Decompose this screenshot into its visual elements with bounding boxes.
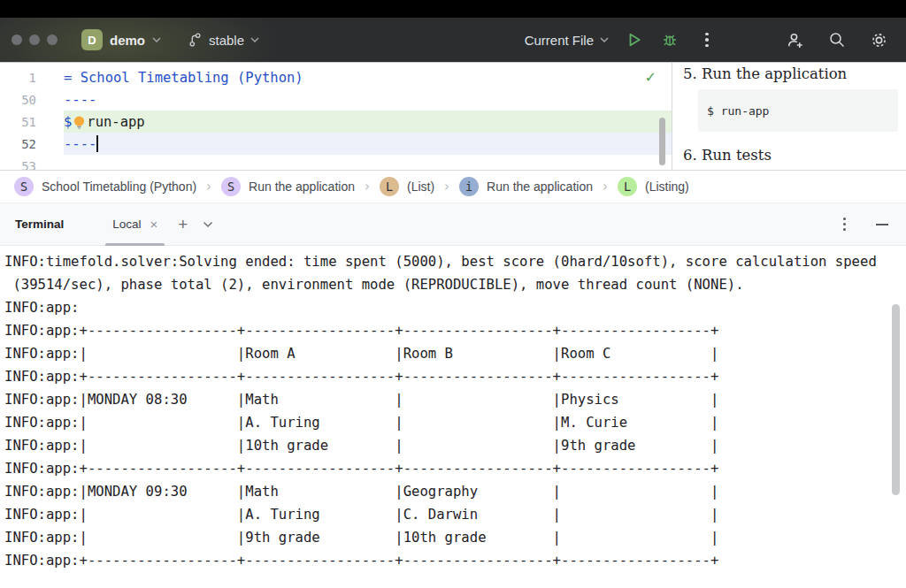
terminal-title: Terminal xyxy=(15,218,64,231)
code-block-delimiter: ---- xyxy=(64,92,96,108)
search-everywhere-button[interactable] xyxy=(828,31,846,49)
line-number[interactable]: 50 xyxy=(0,93,64,107)
editor-line-caret: 52 ---- xyxy=(0,133,672,155)
new-terminal-tab-button[interactable]: + xyxy=(178,216,188,233)
terminal-line: INFO:app:+------------------+-----------… xyxy=(4,319,906,342)
run-configuration-label: Current File xyxy=(525,33,594,48)
more-actions-button[interactable] xyxy=(694,33,720,48)
breadcrumb-item[interactable]: S School Timetabling (Python) xyxy=(14,177,196,196)
breadcrumb-label: (List) xyxy=(407,179,434,194)
hide-toolwindow-button[interactable] xyxy=(876,224,888,225)
intention-bulb-icon[interactable] xyxy=(73,115,86,129)
breadcrumb-label: (Listing) xyxy=(645,179,689,194)
chevron-down-icon xyxy=(600,37,609,42)
editor-split-area: 1 = School Timetabling (Python) 50 ---- … xyxy=(0,63,906,170)
editor-line: 1 = School Timetabling (Python) xyxy=(0,66,672,88)
editor-line-highlighted: 51 $ run-app xyxy=(0,111,672,133)
terminal-line: INFO:app:| |A. Turing |C. Darwin | | xyxy=(4,503,906,526)
run-play-icon xyxy=(626,32,642,48)
breadcrumb-item[interactable]: L (List) xyxy=(380,177,434,196)
settings-button[interactable] xyxy=(870,31,888,50)
breadcrumb-chevron-icon: › xyxy=(365,179,370,195)
gear-icon xyxy=(870,31,888,50)
chevron-down-icon xyxy=(250,37,259,42)
code-editor[interactable]: 1 = School Timetabling (Python) 50 ---- … xyxy=(0,63,672,170)
terminal-line: INFO:app:+------------------+-----------… xyxy=(4,549,906,572)
terminal-options-button[interactable] xyxy=(835,218,853,231)
code-with-me-button[interactable] xyxy=(786,31,804,50)
title-bar: D demo stable Current File xyxy=(0,18,906,63)
breadcrumb-type-icon: L xyxy=(618,177,637,196)
terminal-line: INFO:app:| |10th grade | |9th grade | xyxy=(4,434,906,457)
terminal-line: INFO:app:| |9th grade |10th grade | | xyxy=(4,526,906,549)
line-number[interactable]: 1 xyxy=(0,71,64,85)
breadcrumb-type-icon: i xyxy=(459,177,479,196)
code-text: run-app xyxy=(87,114,144,130)
chevron-down-icon xyxy=(152,37,161,42)
terminal-tab-label: Local xyxy=(112,218,141,231)
editor-scrollbar-thumb[interactable] xyxy=(659,118,665,165)
text-caret xyxy=(96,135,98,152)
window-close-dot[interactable] xyxy=(12,34,22,45)
breadcrumb-item[interactable]: L (Listing) xyxy=(618,177,689,196)
code-block-delimiter: ---- xyxy=(64,136,96,152)
add-user-icon xyxy=(786,31,804,50)
editor-line: 50 ---- xyxy=(0,88,672,111)
terminal-line: INFO:app:|MONDAY 09:30 |Math |Geography … xyxy=(4,480,906,503)
search-icon xyxy=(828,31,846,49)
line-number[interactable]: 53 xyxy=(0,159,64,171)
terminal-line: (39514/sec), phase total (2), environmen… xyxy=(4,273,906,296)
asciidoc-preview-panel[interactable]: 5. Run the application $ run-app 6. Run … xyxy=(672,63,906,170)
vcs-branch-widget[interactable]: stable xyxy=(188,32,259,48)
window-controls[interactable] xyxy=(12,34,58,45)
window-zoom-dot[interactable] xyxy=(47,34,58,45)
run-button[interactable] xyxy=(621,27,648,53)
run-configuration-selector[interactable]: Current File xyxy=(525,33,609,48)
debug-bug-icon xyxy=(662,32,678,48)
window-minimize-dot[interactable] xyxy=(29,34,40,45)
project-name: demo xyxy=(110,33,145,48)
terminal-line: INFO:timefold.solver:Solving ended: time… xyxy=(4,250,906,273)
terminal-line: INFO:app:| |Room A |Room B |Room C | xyxy=(4,342,906,365)
tab-close-icon[interactable]: × xyxy=(150,217,158,232)
line-number[interactable]: 51 xyxy=(0,115,64,129)
breadcrumb-label: Run the application xyxy=(487,179,593,194)
terminal-line: INFO:app:+------------------+-----------… xyxy=(4,457,906,480)
terminal-line: INFO:app:+------------------+-----------… xyxy=(4,365,906,388)
terminal-scrollbar-thumb[interactable] xyxy=(892,304,900,495)
breadcrumb-label: Run the application xyxy=(249,179,355,194)
breadcrumb-chevron-icon: › xyxy=(603,179,608,195)
asciidoc-heading-text: = School Timetabling (Python) xyxy=(64,70,303,86)
run-toolbar: Current File xyxy=(525,27,720,53)
breadcrumb-item[interactable]: i Run the application xyxy=(459,177,593,196)
project-badge: D xyxy=(81,29,103,50)
breadcrumb-type-icon: S xyxy=(14,177,34,196)
preview-code-block: $ run-app xyxy=(698,89,898,132)
breadcrumb: S School Timetabling (Python) › S Run th… xyxy=(0,170,906,203)
menu-strip xyxy=(0,0,906,18)
terminal-tab-dropdown-chevron-icon[interactable] xyxy=(203,221,213,228)
git-branch-icon xyxy=(188,32,203,48)
project-widget[interactable]: D demo xyxy=(81,29,161,50)
editor-line: 53 xyxy=(0,155,672,170)
debug-button[interactable] xyxy=(656,27,683,53)
terminal-line: INFO:app:|MONDAY 08:30 |Math | |Physics … xyxy=(4,388,906,411)
line-number-current[interactable]: 52 xyxy=(0,137,64,151)
preview-heading: 5. Run the application xyxy=(683,65,898,82)
breadcrumb-type-icon: S xyxy=(221,177,241,196)
branch-name: stable xyxy=(209,33,244,48)
inspections-ok-check-icon[interactable]: ✓ xyxy=(645,69,656,86)
terminal-line: INFO:app:| |A. Turing | |M. Curie | xyxy=(4,411,906,434)
terminal-toolwindow-header: Terminal Local × + xyxy=(0,203,906,246)
terminal-line: INFO:app: xyxy=(4,296,906,319)
terminal-output[interactable]: INFO:timefold.solver:Solving ended: time… xyxy=(0,246,906,588)
terminal-tab-local[interactable]: Local × xyxy=(105,203,165,246)
breadcrumb-item[interactable]: S Run the application xyxy=(221,177,355,196)
shell-prompt-symbol: $ xyxy=(64,114,72,130)
breadcrumb-chevron-icon: › xyxy=(444,179,449,195)
titlebar-right-actions xyxy=(786,31,888,50)
breadcrumb-type-icon: L xyxy=(380,177,399,196)
breadcrumb-label: School Timetabling (Python) xyxy=(42,179,196,194)
breadcrumb-chevron-icon: › xyxy=(206,179,211,195)
preview-heading: 6. Run tests xyxy=(683,147,898,164)
